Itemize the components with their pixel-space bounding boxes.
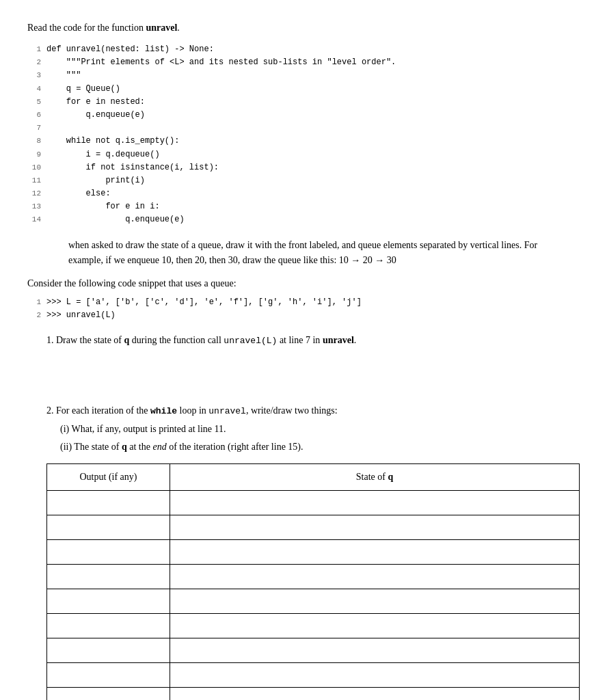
- q1-mono: unravel(L): [224, 336, 277, 346]
- table-cell-output: [47, 638, 170, 662]
- line-num-4: 4: [27, 83, 46, 96]
- code-line-12: 12 else:: [27, 187, 567, 200]
- snippet-content-2: >>> unravel(L): [46, 309, 116, 322]
- sub-ii-text-before: The state of: [74, 442, 122, 452]
- questions-section: 1. Draw the state of q during the functi…: [27, 333, 567, 700]
- sub-ii-text2: at the: [127, 442, 153, 452]
- question-1: 1. Draw the state of q during the functi…: [27, 333, 567, 390]
- snippet-content-1: >>> L = ['a', ['b', ['c', 'd'], 'e', 'f'…: [46, 296, 362, 309]
- table-cell-state: [170, 662, 580, 687]
- answer-table: Output (if any) State of q: [46, 463, 580, 700]
- q1-period: .: [354, 335, 357, 345]
- intro-text-before: Read the code for the function: [27, 23, 146, 33]
- line-num-2: 2: [27, 57, 46, 69]
- table-row: [47, 515, 580, 539]
- table-cell-output: [47, 589, 170, 613]
- description-paragraph: when asked to draw the state of a queue,…: [68, 238, 567, 269]
- line-num-10: 10: [27, 162, 46, 174]
- question-2: 2. For each iteration of the while loop …: [27, 403, 567, 700]
- and-text: and: [342, 240, 355, 250]
- q1-text-before: Draw the state of: [56, 335, 124, 345]
- table-row: [47, 589, 580, 613]
- q2-num: 2.: [46, 405, 56, 416]
- question-2-text: 2. For each iteration of the while loop …: [46, 403, 567, 419]
- snippet-line-2: 2 >>> unravel(L): [27, 309, 567, 322]
- code-content-11: print(i): [46, 174, 145, 187]
- sub-i-text: What, if any, output is printed at line …: [71, 424, 226, 434]
- table-cell-output: [47, 662, 170, 687]
- code-content-13: for e in i:: [46, 200, 160, 213]
- sub-ii-italic-end: end: [152, 442, 166, 452]
- table-cell-output: [47, 687, 170, 700]
- table-header-output: Output (if any): [47, 463, 170, 490]
- answer-table-container: Output (if any) State of q: [46, 463, 567, 700]
- line-num-12: 12: [27, 188, 46, 200]
- table-cell-output: [47, 539, 170, 564]
- code-line-5: 5 for e in nested:: [27, 96, 567, 109]
- sub-question-i: (i) What, if any, output is printed at l…: [60, 422, 567, 437]
- line-num-11: 11: [27, 175, 46, 187]
- code-content-12: else:: [46, 187, 111, 200]
- snippet-block: 1 >>> L = ['a', ['b', ['c', 'd'], 'e', '…: [27, 296, 567, 322]
- code-block: 1 def unravel(nested: list) -> None: 2 "…: [27, 43, 567, 227]
- table-cell-state: [170, 613, 580, 638]
- intro-paragraph: Read the code for the function unravel.: [27, 21, 567, 35]
- snippet-num-1: 1: [27, 297, 46, 309]
- q1-num: 1.: [46, 335, 56, 345]
- table-header-state: State of q: [170, 463, 580, 490]
- q1-text-after: at line 7 in: [277, 335, 323, 345]
- table-cell-state: [170, 687, 580, 700]
- code-content-6: q.enqueue(e): [46, 109, 145, 122]
- code-content-14: q.enqueue(e): [46, 213, 185, 226]
- line-num-3: 3: [27, 70, 46, 82]
- line-num-13: 13: [27, 201, 46, 213]
- table-row: [47, 687, 580, 700]
- line-num-14: 14: [27, 214, 46, 226]
- code-content-8: while not q.is_empty():: [46, 135, 179, 148]
- intro-function-name: unravel: [146, 23, 177, 33]
- table-cell-output: [47, 490, 170, 515]
- code-line-1: 1 def unravel(nested: list) -> None:: [27, 43, 567, 56]
- table-cell-state: [170, 515, 580, 539]
- code-content-9: i = q.dequeue(): [46, 148, 160, 161]
- code-line-11: 11 print(i): [27, 174, 567, 187]
- code-line-7: 7: [27, 122, 567, 135]
- line-num-5: 5: [27, 96, 46, 109]
- q2-text: For each iteration of the: [56, 405, 150, 416]
- q1-text-middle: during the function call: [129, 335, 224, 345]
- table-cell-state: [170, 539, 580, 564]
- table-row: [47, 662, 580, 687]
- description-text: when asked to draw the state of a queue,…: [68, 240, 342, 250]
- code-line-4: 4 q = Queue(): [27, 83, 567, 96]
- code-line-13: 13 for e in i:: [27, 200, 567, 213]
- table-row: [47, 539, 580, 564]
- q2-text3: , write/draw two things:: [246, 405, 338, 416]
- table-cell-state: [170, 490, 580, 515]
- code-content-4: q = Queue(): [46, 83, 120, 96]
- line-num-8: 8: [27, 135, 46, 148]
- table-cell-output: [47, 613, 170, 638]
- code-content-5: for e in nested:: [46, 96, 145, 109]
- q2-mono-unravel: unravel: [208, 406, 246, 416]
- intro-text-after: .: [177, 23, 180, 33]
- q2-bold-while: while: [150, 406, 177, 416]
- table-cell-state: [170, 564, 580, 589]
- code-line-14: 14 q.enqueue(e): [27, 213, 567, 226]
- sub-ii-bold-q: q: [122, 442, 127, 452]
- table-cell-output: [47, 564, 170, 589]
- line-num-7: 7: [27, 122, 46, 135]
- code-line-3: 3 """: [27, 69, 567, 82]
- snippet-line-1: 1 >>> L = ['a', ['b', ['c', 'd'], 'e', '…: [27, 296, 567, 309]
- sub-question-ii: (ii) The state of q at the end of the it…: [60, 440, 567, 455]
- table-row: [47, 638, 580, 662]
- table-row: [47, 613, 580, 638]
- table-header-row: Output (if any) State of q: [47, 463, 580, 490]
- sub-ii-text3: of the iteration (right after line 15).: [167, 442, 303, 452]
- code-line-6: 6 q.enqueue(e): [27, 109, 567, 122]
- code-line-9: 9 i = q.dequeue(): [27, 148, 567, 161]
- q1-bold-end: unravel: [323, 335, 354, 345]
- code-line-2: 2 """Print elements of <L> and its neste…: [27, 56, 567, 69]
- table-cell-state: [170, 589, 580, 613]
- table-row: [47, 490, 580, 515]
- q2-text2: loop in: [177, 405, 208, 416]
